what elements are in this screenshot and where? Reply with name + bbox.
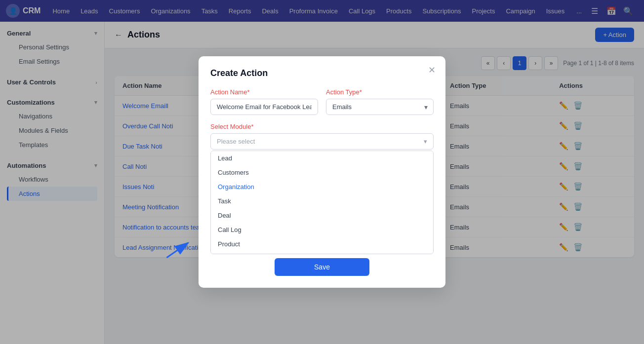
select-module-label: Select Module* — [210, 123, 434, 130]
save-button[interactable]: Save — [275, 258, 369, 276]
select-module-display[interactable]: Please select ▾ — [210, 133, 434, 150]
svg-line-1 — [167, 243, 189, 258]
action-name-field: Action Name* — [210, 88, 318, 115]
action-name-label: Action Name* — [210, 88, 318, 96]
modal-title: Create Action — [210, 68, 434, 78]
modal-close-button[interactable]: ✕ — [426, 64, 438, 76]
dropdown-item[interactable]: Task — [211, 194, 433, 208]
modal-row-1: Action Name* Action Type* Emails — [210, 88, 434, 115]
select-module-field: Select Module* Please select ▾ LeadCusto… — [210, 123, 434, 254]
action-type-select[interactable]: Emails — [326, 99, 434, 115]
chevron-down-icon-4: ▾ — [424, 138, 427, 145]
action-type-select-wrapper: Emails — [326, 99, 434, 115]
dropdown-item[interactable]: Deal — [211, 208, 433, 223]
dropdown-item[interactable]: Subscriptions — [211, 251, 433, 254]
create-action-modal: Create Action ✕ Action Name* Action Type… — [199, 56, 445, 288]
arrow-pointer — [163, 235, 193, 265]
modal-footer: Save — [210, 258, 434, 276]
dropdown-item[interactable]: Product — [211, 237, 433, 251]
action-type-field: Action Type* Emails — [326, 88, 434, 115]
modal-overlay[interactable]: Create Action ✕ Action Name* Action Type… — [0, 0, 644, 344]
dropdown-item[interactable]: Lead — [211, 151, 433, 165]
dropdown-item[interactable]: Customers — [211, 165, 433, 180]
dropdown-item[interactable]: Call Log — [211, 223, 433, 237]
dropdown-item[interactable]: Organization — [211, 180, 433, 194]
action-type-label: Action Type* — [326, 88, 434, 96]
module-dropdown: LeadCustomersOrganizationTaskDealCall Lo… — [210, 151, 434, 254]
action-name-input[interactable] — [210, 99, 318, 115]
